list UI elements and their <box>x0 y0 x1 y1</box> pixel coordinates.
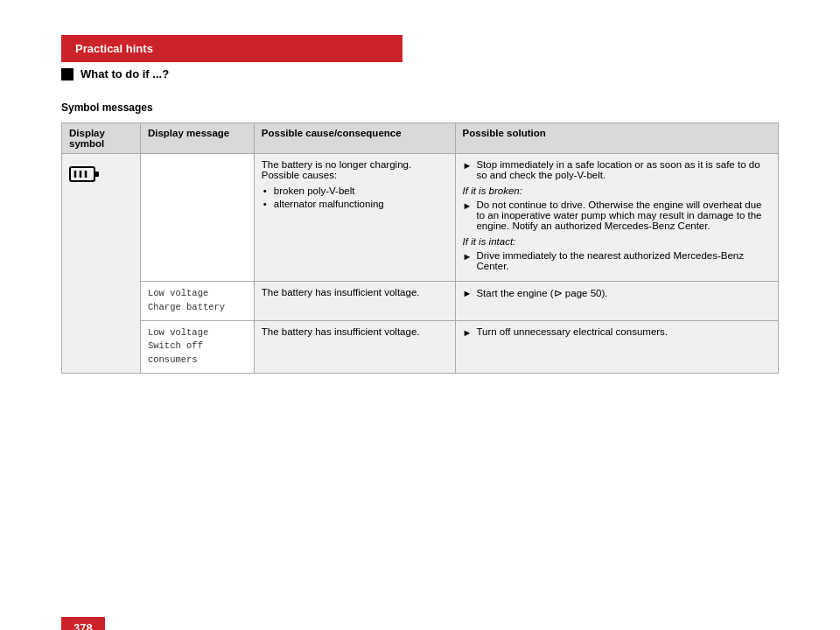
arrow-icon: ► <box>463 200 472 211</box>
cause-cell-3: The battery has insufficient voltage. <box>254 320 455 373</box>
table-row: The battery is no longer charging. Possi… <box>62 154 779 282</box>
solution-text: Stop immediately in a safe location or a… <box>476 159 771 180</box>
solution-text: Drive immediately to the nearest authori… <box>476 250 771 271</box>
banner-title: Practical hints <box>75 42 153 55</box>
sub-header-icon <box>61 68 74 80</box>
page-number: 378 <box>61 617 105 630</box>
condition-label-broken: If it is broken: <box>463 186 771 196</box>
solution-item: ► Do not continue to drive. Otherwise th… <box>463 200 771 231</box>
main-table: Display symbol Display message Possible … <box>61 122 779 374</box>
cause-cell-2: The battery has insufficient voltage. <box>254 282 455 321</box>
solution-item: ► Stop immediately in a safe location or… <box>463 159 771 180</box>
solution-text: Start the engine (⊳ page 50). <box>476 287 607 299</box>
display-message-cell-2: Low voltageCharge battery <box>140 282 254 321</box>
cause-cell-1: The battery is no longer charging. Possi… <box>254 154 455 282</box>
arrow-icon: ► <box>463 160 472 171</box>
solution-cell-1: ► Stop immediately in a safe location or… <box>455 154 778 282</box>
arrow-icon: ► <box>463 288 472 298</box>
cause-text-3: The battery has insufficient voltage. <box>262 326 420 337</box>
cause-bullet-list: broken poly-V-belt alternator malfunctio… <box>262 186 448 209</box>
solution-text: Do not continue to drive. Otherwise the … <box>476 200 771 231</box>
table-row: Low voltageCharge battery The battery ha… <box>62 282 779 321</box>
cause-text-2: The battery has insufficient voltage. <box>262 287 420 298</box>
solution-item: ► Drive immediately to the nearest autho… <box>463 250 771 271</box>
battery-svg <box>69 164 101 184</box>
solution-cell-2: ► Start the engine (⊳ page 50). <box>455 282 778 321</box>
sub-header-label: What to do if ...? <box>80 67 169 80</box>
solution-item: ► Start the engine (⊳ page 50). <box>463 287 771 299</box>
svg-rect-0 <box>70 167 94 181</box>
cause-intro: The battery is no longer charging. Possi… <box>262 159 411 180</box>
condition-label-intact: If it is intact: <box>463 236 771 247</box>
list-item: broken poly-V-belt <box>262 186 448 196</box>
display-msg-2: Low voltageCharge battery <box>148 287 247 315</box>
svg-rect-1 <box>94 172 99 177</box>
list-item: alternator malfunctioning <box>262 199 448 209</box>
symbol-cell <box>62 154 141 374</box>
display-msg-3: Low voltageSwitch offconsumers <box>148 326 247 368</box>
col-header-cause: Possible cause/consequence <box>254 123 455 154</box>
page-container: Practical hints What to do if ...? Symbo… <box>0 35 840 630</box>
sub-header: What to do if ...? <box>61 67 779 80</box>
solution-text: Turn off unnecessary electrical consumer… <box>476 326 668 337</box>
arrow-icon: ► <box>463 251 472 262</box>
table-row: Low voltageSwitch offconsumers The batte… <box>62 320 779 373</box>
display-message-cell-1 <box>140 154 254 282</box>
solution-item: ► Turn off unnecessary electrical consum… <box>463 326 771 338</box>
arrow-icon: ► <box>463 327 472 338</box>
col-header-message: Display message <box>140 123 254 154</box>
header-banner: Practical hints <box>61 35 402 62</box>
col-header-symbol: Display symbol <box>62 123 141 154</box>
col-header-solution: Possible solution <box>455 123 778 154</box>
display-message-cell-3: Low voltageSwitch offconsumers <box>140 320 254 373</box>
solution-cell-3: ► Turn off unnecessary electrical consum… <box>455 320 778 373</box>
section-title: Symbol messages <box>61 102 779 114</box>
